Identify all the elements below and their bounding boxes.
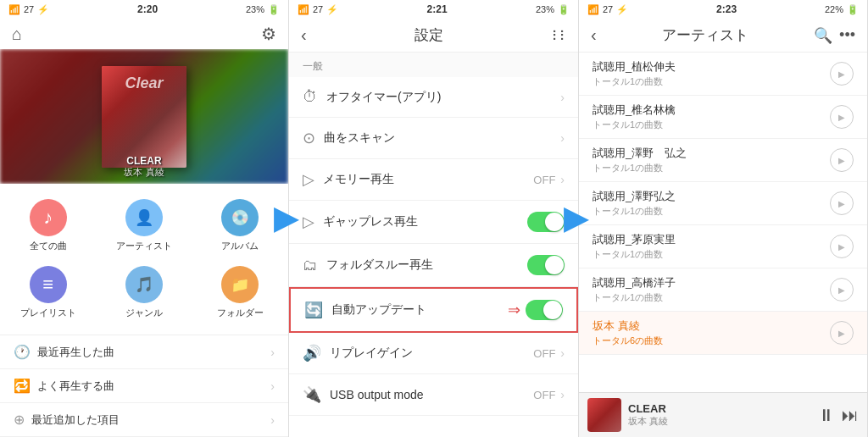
- genre-label: ジャンル: [125, 307, 163, 319]
- repeat-icon: 🔁: [14, 378, 31, 394]
- status-time-1: 2:20: [137, 3, 158, 15]
- play-btn-sakamoto[interactable]: ▶: [830, 321, 854, 345]
- signal-val-2: 27: [313, 4, 323, 14]
- playlist-label: プレイリスト: [20, 307, 76, 319]
- artist-sub-shiina: トータル1の曲数: [593, 119, 676, 131]
- recent-played-label: 最近再生した曲: [37, 345, 114, 360]
- playlist-icon: ≡: [30, 266, 67, 303]
- panel-1: 📶 27 ⚡ 2:20 23% 🔋 ⌂ ⚙ Clear CLEAR 坂本 真綾 …: [0, 0, 289, 437]
- play-btn-shiina[interactable]: ▶: [830, 105, 854, 129]
- setting-off-timer[interactable]: ⏱ オフタイマー(アプリ) ›: [289, 77, 578, 118]
- genre-icon: 🎵: [125, 266, 163, 303]
- artist-row-sawano1[interactable]: 試聴用_澤野 弘之 トータル1の曲数 ▶: [579, 139, 867, 182]
- album-cover-title: Clear: [102, 75, 186, 92]
- gear-icon[interactable]: ⚙: [261, 24, 276, 44]
- arrow-1-icon: ▶: [274, 201, 298, 236]
- grid-item-folder[interactable]: 📁 フォルダー: [192, 259, 288, 326]
- p1-header: ⌂ ⚙: [0, 19, 288, 49]
- play-btn-uematsu[interactable]: ▶: [830, 62, 854, 86]
- add-icon: ⊕: [14, 412, 25, 428]
- memory-label: メモリー再生: [323, 172, 394, 187]
- artist-sub-uematsu: トータル1の曲数: [593, 75, 676, 88]
- album-cover[interactable]: Clear: [102, 66, 186, 168]
- bluetooth-icon-2: ⚡: [326, 4, 338, 15]
- back-button-2[interactable]: ‹: [301, 25, 307, 45]
- chevron-icon-5: ›: [560, 388, 565, 401]
- chevron-right-icon-2: ›: [270, 379, 275, 393]
- setting-replay-gain[interactable]: 🔊 リプレイゲイン OFF ›: [289, 333, 578, 374]
- eq-icon[interactable]: ⫶⫶: [551, 26, 566, 44]
- panel-2: 📶 27 ⚡ 2:21 23% 🔋 ‹ 設定 ⫶⫶ 一般 ⏱ オフタイマー(アプ…: [289, 0, 579, 437]
- artist-row-uematsu[interactable]: 試聴用_植松伸夫 トータル1の曲数 ▶: [579, 53, 867, 96]
- status-battery-1: 23% 🔋: [246, 4, 280, 15]
- artist-row-sawano2[interactable]: 試聴用_澤野弘之 トータル1の曲数 ▶: [579, 182, 867, 225]
- section-general: 一般: [289, 53, 578, 77]
- more-icon[interactable]: •••: [839, 26, 855, 45]
- artist-row-takahashi[interactable]: 試聴用_高橋洋子 トータル1の曲数 ▶: [579, 268, 867, 312]
- grid-item-playlist[interactable]: ≡ プレイリスト: [0, 259, 96, 326]
- memory-icon: ▷: [303, 170, 314, 189]
- artist-name-sawano1: 試聴用_澤野 弘之: [593, 146, 687, 161]
- frequently-played-item[interactable]: 🔁 よく再生する曲 ›: [0, 369, 288, 403]
- album-area: Clear CLEAR 坂本 真綾: [0, 49, 288, 184]
- artist-row-shiina[interactable]: 試聴用_椎名林檎 トータル1の曲数 ▶: [579, 96, 867, 139]
- usb-value: OFF: [533, 389, 555, 401]
- next-button[interactable]: ⏭: [842, 406, 859, 425]
- grid-item-genre[interactable]: 🎵 ジャンル: [96, 259, 192, 326]
- arrow-2-icon: ▶: [564, 201, 587, 236]
- search-icon[interactable]: 🔍: [814, 26, 832, 45]
- gapless-toggle[interactable]: [527, 212, 565, 232]
- grid-item-artist[interactable]: 👤 アーティスト: [96, 192, 192, 259]
- artist-name-uematsu: 試聴用_植松伸夫: [593, 59, 676, 75]
- grid-item-all-songs[interactable]: ♪ 全ての曲: [0, 192, 96, 259]
- artist-row-kayahara[interactable]: 試聴用_茅原実里 トータル1の曲数 ▶: [579, 225, 867, 268]
- chevron-icon-2: ›: [560, 131, 565, 145]
- pause-button[interactable]: ⏸: [818, 406, 835, 425]
- music-icon: ♪: [30, 199, 67, 236]
- folder-through-toggle[interactable]: [527, 255, 565, 275]
- auto-update-toggle[interactable]: [526, 300, 563, 320]
- setting-usb-output[interactable]: 🔌 USB output mode OFF ›: [289, 374, 578, 416]
- replay-gain-value: OFF: [533, 347, 555, 360]
- play-btn-kayahara[interactable]: ▶: [830, 235, 854, 258]
- recently-added-label: 最近追加した項目: [31, 412, 120, 428]
- gapless-label: ギャップレス再生: [323, 214, 418, 230]
- battery-value-1: 23%: [246, 4, 264, 14]
- home-icon[interactable]: ⌂: [12, 25, 22, 44]
- chevron-right-icon-3: ›: [270, 413, 275, 427]
- setting-memory-playback[interactable]: ▷ メモリー再生 OFF ›: [289, 159, 578, 201]
- folder-label: フォルダー: [217, 307, 264, 319]
- status-bar-3: 📶 27 ⚡ 2:23 22% 🔋: [579, 0, 867, 19]
- play-btn-sawano1[interactable]: ▶: [830, 148, 854, 172]
- panel-3: 📶 27 ⚡ 2:23 22% 🔋 ‹ アーティスト 🔍 ••• 試聴用_植松伸…: [579, 0, 868, 437]
- memory-value: OFF: [533, 174, 555, 186]
- scan-icon: ⊙: [303, 129, 315, 147]
- play-btn-sawano2[interactable]: ▶: [830, 191, 854, 215]
- recent-played-item[interactable]: 🕐 最近再生した曲 ›: [0, 335, 288, 369]
- recently-added-item[interactable]: ⊕ 最近追加した項目 ›: [0, 403, 288, 437]
- signal-val-3: 27: [603, 4, 613, 14]
- clock-icon: 🕐: [14, 344, 31, 360]
- usb-icon: 🔌: [303, 385, 321, 404]
- signal-icon-2: 📶: [298, 4, 309, 15]
- play-btn-takahashi[interactable]: ▶: [830, 278, 854, 301]
- setting-gapless[interactable]: ▷ ギャップレス再生: [289, 201, 578, 244]
- usb-label: USB output mode: [330, 388, 424, 401]
- toggle-knob-2: [545, 256, 564, 274]
- artist-icon: 👤: [125, 199, 163, 236]
- bluetooth-icon-3: ⚡: [616, 4, 628, 15]
- setting-auto-update[interactable]: 🔄 自動アップデート ⇒: [289, 287, 578, 333]
- replay-gain-label: リプレイゲイン: [330, 346, 413, 361]
- setting-scan-music[interactable]: ⊙ 曲をスキャン ›: [289, 118, 578, 159]
- back-button-3[interactable]: ‹: [591, 25, 597, 45]
- red-arrow-icon: ⇒: [508, 301, 520, 319]
- bluetooth-icon-1: ⚡: [37, 4, 49, 15]
- timer-icon: ⏱: [303, 88, 318, 106]
- setting-folder-through[interactable]: 🗂 フォルダスルー再生: [289, 244, 578, 287]
- now-playing-artist: 坂本 真綾: [628, 415, 811, 428]
- off-timer-label: オフタイマー(アプリ): [326, 90, 441, 105]
- album-art: Clear: [102, 66, 186, 168]
- grid-menu: ♪ 全ての曲 👤 アーティスト 💿 アルバム ≡ プレイリスト 🎵 ジャンル 📁…: [0, 184, 288, 335]
- artist-row-sakamoto[interactable]: 坂本 真綾 トータル6の曲数 ▶: [579, 312, 867, 355]
- artist-name-kayahara: 試聴用_茅原実里: [593, 232, 676, 247]
